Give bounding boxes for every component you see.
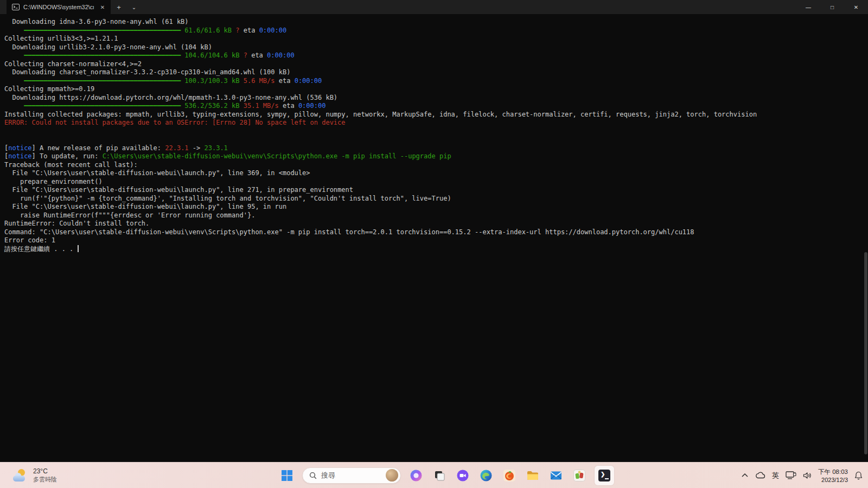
terminal-line: run(f'"{python}" -m {torch_command}', "I…: [4, 195, 868, 203]
terminal-text-segment: ] A new release of pip available:: [32, 144, 165, 152]
terminal-app-icon: ❯: [598, 470, 610, 481]
game-tile-icon[interactable]: [571, 467, 588, 484]
terminal-line: ERROR: Could not install packages due to…: [4, 119, 868, 127]
terminal-text-segment: File "C:\Users\user\stable-diffusion-web…: [4, 186, 353, 194]
terminal-line: Error code: 1: [4, 236, 868, 245]
terminal-scrollbar-thumb[interactable]: [864, 252, 867, 454]
terminal-text-segment: Downloading idna-3.6-py3-none-any.whl (6…: [4, 18, 189, 25]
taskbar-search-box[interactable]: 搜尋: [302, 467, 401, 484]
taskbar: 23°C 多雲時陰 搜尋: [0, 462, 868, 488]
terminal-line: Downloading idna-3.6-py3-none-any.whl (6…: [4, 18, 868, 27]
terminal-line: [notice] To update, run: C:\Users\user\s…: [4, 152, 868, 161]
search-placeholder: 搜尋: [321, 471, 381, 480]
terminal-line: ━━━━━━━━━━━━━━━━━━━━━━━━━━━━━━━━━━━━━━━━…: [4, 27, 868, 35]
terminal-text-segment: eta: [279, 77, 295, 85]
start-button[interactable]: [279, 467, 295, 484]
search-daily-image[interactable]: [386, 469, 398, 481]
titlebar-drag-region[interactable]: [141, 0, 796, 14]
mail-icon[interactable]: [548, 467, 564, 484]
terminal-text-segment: run(f'"{python}" -m {torch_command}', "I…: [4, 195, 451, 202]
search-icon: [309, 472, 317, 479]
volume-icon[interactable]: [803, 472, 812, 479]
task-view-icon[interactable]: [431, 467, 448, 484]
terminal-line: RuntimeError: Couldn't install torch.: [4, 220, 868, 228]
terminal-line: ━━━━━━━━━━━━━━━━━━━━━━━━━━━━━━━━━━━━━━━━…: [4, 52, 868, 60]
terminal-line: raise RuntimeError(f"""{errdesc or 'Erro…: [4, 211, 868, 220]
terminal-text-segment: ERROR: Could not install packages due to…: [4, 119, 346, 126]
terminal-text-segment: ━━━━━━━━━━━━━━━━━━━━━━━━━━━━━━━━━━━━━━━━: [24, 52, 184, 59]
terminal-line: [4, 127, 868, 136]
video-app-icon[interactable]: [455, 467, 471, 484]
terminal-line: File "C:\Users\user\stable-diffusion-web…: [4, 186, 868, 195]
notifications-bell-icon[interactable]: [854, 471, 863, 480]
file-explorer-icon[interactable]: [525, 467, 541, 484]
terminal-taskbar-button-active[interactable]: ❯: [595, 466, 614, 485]
terminal-line: File "C:\Users\user\stable-diffusion-web…: [4, 203, 868, 211]
terminal-text-segment: Downloading https://download.pytorch.org…: [4, 94, 337, 101]
minimize-button[interactable]: —: [796, 0, 820, 14]
tray-chevron-up-icon[interactable]: [741, 473, 749, 478]
terminal-text-segment: ━━━━━━━━━━━━━━━━━━━━━━━━━━━━━━━━━━━━━━━━: [24, 77, 184, 85]
terminal-text-segment: ->: [189, 144, 205, 152]
terminal-text-segment: raise RuntimeError(f"""{errdesc or 'Erro…: [4, 211, 255, 219]
terminal-text-segment: [4, 52, 24, 59]
ime-language-indicator[interactable]: 英: [772, 471, 779, 480]
terminal-viewport[interactable]: Downloading idna-3.6-py3-none-any.whl (6…: [0, 14, 868, 462]
new-tab-button[interactable]: +: [111, 0, 127, 14]
terminal-text-segment: 22.3.1: [165, 144, 188, 152]
terminal-text-segment: Collecting urllib3<3,>=1.21.1: [4, 35, 118, 42]
copilot-icon[interactable]: [408, 467, 424, 484]
tray-time: 下午 08:03: [818, 468, 848, 476]
terminal-line: [notice] A new release of pip available:…: [4, 144, 868, 153]
windows-logo-icon: [281, 470, 293, 481]
maximize-button[interactable]: □: [820, 0, 844, 14]
close-button[interactable]: ✕: [844, 0, 868, 14]
terminal-text-segment: Downloading charset_normalizer-3.3.2-cp3…: [4, 68, 290, 76]
terminal-text-segment: 0:00:00: [259, 27, 287, 34]
terminal-line: Traceback (most recent call last):: [4, 161, 868, 170]
terminal-text-segment: RuntimeError: Couldn't install torch.: [4, 220, 149, 227]
terminal-text-segment: 35.1 MB/s: [244, 102, 283, 110]
tray-clock[interactable]: 下午 08:03 2023/12/3: [818, 468, 848, 483]
terminal-text-segment: 100.3/100.3 kB: [184, 77, 243, 85]
tray-date: 2023/12/3: [821, 477, 848, 483]
terminal-text-segment: notice: [8, 152, 31, 160]
terminal-text-segment: [4, 27, 24, 34]
terminal-text-segment: 請按任意鍵繼續 . . .: [4, 245, 78, 253]
terminal-titlebar[interactable]: C:\WINDOWS\system32\cmd. ✕ + ⌄ — □ ✕: [0, 0, 868, 14]
terminal-text-segment: Traceback (most recent call last):: [4, 161, 138, 169]
terminal-text-segment: 61.6/61.6 kB: [184, 27, 235, 34]
terminal-text-segment: prepare_environment(): [4, 178, 103, 185]
terminal-text-segment: [4, 102, 24, 110]
tab-close-icon[interactable]: ✕: [98, 2, 107, 12]
network-icon[interactable]: [786, 471, 796, 479]
edge-browser-icon[interactable]: [478, 467, 494, 484]
terminal-text-segment: Collecting charset-normalizer<4,>=2: [4, 60, 142, 68]
terminal-text-segment: ?: [235, 27, 243, 34]
terminal-text-segment: Command: "C:\Users\user\stable-diffusion…: [4, 228, 694, 236]
terminal-line: File "C:\Users\user\stable-diffusion-web…: [4, 169, 868, 178]
terminal-text-segment: ] To update, run:: [32, 152, 103, 160]
tab-dropdown-button[interactable]: ⌄: [127, 0, 141, 14]
terminal-text-segment: ━━━━━━━━━━━━━━━━━━━━━━━━━━━━━━━━━━━━━━━━: [24, 27, 184, 34]
terminal-line: Downloading https://download.pytorch.org…: [4, 94, 868, 102]
terminal-text-segment: Installing collected packages: mpmath, u…: [4, 111, 757, 118]
terminal-text-segment: ━━━━━━━━━━━━━━━━━━━━━━━━━━━━━━━━━━━━━━━━: [24, 102, 184, 110]
terminal-text-segment: 104.6/104.6 kB: [184, 52, 243, 59]
terminal-text-segment: 5.6 MB/s: [244, 77, 279, 85]
terminal-tab-cmd[interactable]: C:\WINDOWS\system32\cmd. ✕: [7, 0, 111, 14]
orange-app-icon[interactable]: [501, 467, 518, 484]
onedrive-cloud-icon[interactable]: [755, 472, 765, 479]
terminal-text-segment: Downloading urllib3-2.1.0-py3-none-any.w…: [4, 43, 212, 51]
terminal-text-segment: 0:00:00: [295, 77, 322, 85]
terminal-text-segment: Error code: 1: [4, 236, 55, 244]
tab-title: C:\WINDOWS\system32\cmd.: [23, 4, 94, 10]
terminal-line: Downloading urllib3-2.1.0-py3-none-any.w…: [4, 43, 868, 52]
terminal-text-segment: 536.2/536.2 kB: [184, 102, 243, 110]
terminal-line: Collecting urllib3<3,>=1.21.1: [4, 35, 868, 43]
terminal-text-segment: notice: [8, 144, 31, 152]
terminal-text-segment: 23.3.1: [205, 144, 228, 152]
terminal-text-segment: eta: [244, 27, 259, 34]
terminal-text-segment: Collecting mpmath>=0.19: [4, 85, 94, 93]
weather-widget[interactable]: 23°C 多雲時陰: [9, 463, 61, 488]
